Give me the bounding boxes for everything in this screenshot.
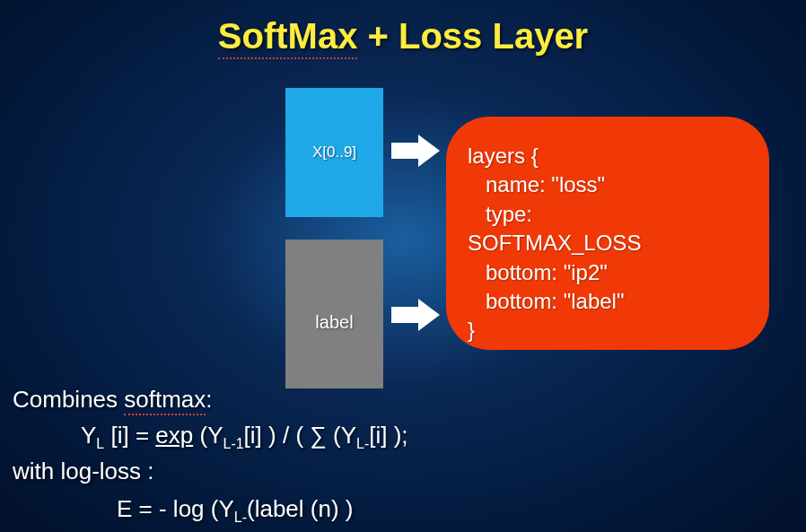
code-l7: } — [468, 316, 751, 344]
combines-suffix: : — [206, 386, 212, 413]
svg-marker-1 — [391, 299, 440, 331]
formula-softmax: YL [i] = exp (YL-1[i] ) / ( ∑ (YL-[i] ); — [81, 422, 408, 452]
arrow-label-to-code — [391, 299, 440, 331]
box-x-label: X[0..9] — [312, 144, 356, 161]
code-l4: SOFTMAX_LOSS — [468, 229, 751, 257]
box-label: label — [285, 240, 383, 388]
title-part1: SoftMax — [218, 16, 358, 59]
code-box: layers { name: "loss" type: SOFTMAX_LOSS… — [446, 117, 769, 350]
code-l6: bottom: "label" — [468, 287, 751, 316]
box-label-text: label — [315, 312, 353, 333]
code-l5: bottom: "ip2" — [468, 258, 751, 287]
combines-softmax: softmax — [124, 386, 206, 415]
combines-line: Combines softmax: — [13, 386, 213, 415]
code-l3: type: — [468, 200, 751, 229]
title-part2: + Loss Layer — [357, 16, 588, 56]
code-l1: layers { — [468, 142, 751, 170]
arrow-x-to-code — [391, 135, 440, 167]
code-l2: name: "loss" — [468, 170, 751, 199]
with-log-loss-line: with log-loss : — [13, 458, 154, 485]
combines-prefix: Combines — [13, 386, 124, 413]
slide-title: SoftMax + Loss Layer — [0, 16, 806, 59]
box-x: X[0..9] — [285, 88, 383, 217]
svg-marker-0 — [391, 135, 440, 167]
formula-logloss: E = - log (YL-(label (n) ) — [117, 495, 354, 526]
